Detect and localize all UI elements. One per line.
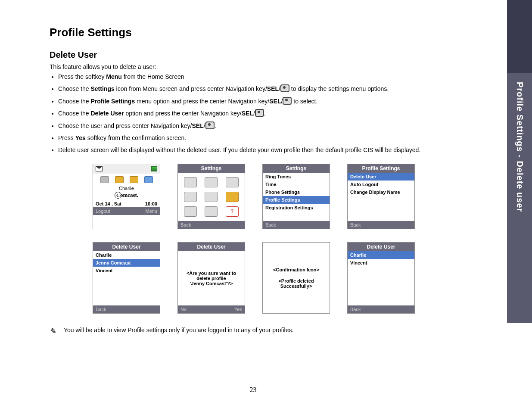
list-item: Vincent: [348, 259, 414, 267]
page-number: 23: [0, 386, 506, 394]
comcast-logo: Comcast.: [115, 192, 138, 199]
softkey-left: Back: [350, 307, 361, 312]
screenshot-success: <Confirmation Icon> <Profile deleted Suc…: [262, 242, 330, 314]
ringtone-icon: [184, 177, 197, 187]
step-4: Choose the Delete User option and press …: [58, 109, 485, 118]
screenshot-menu: Settings ? Back: [177, 164, 245, 229]
softkey-right: Yes: [234, 307, 242, 312]
softkey-left: Back: [180, 222, 191, 227]
folder-icon: [115, 176, 124, 183]
success-line: <Confirmation Icon>: [273, 267, 319, 272]
confirm-line: <Are you sure want to: [187, 271, 236, 276]
step-6: Press Yes softkey from the confirmation …: [58, 133, 485, 143]
confirm-line: delete profile: [196, 276, 226, 281]
sidebar: Profile Settings - Delete user: [506, 0, 532, 411]
list-item-selected: Profile Settings: [263, 196, 330, 204]
list-item: Phone Settings: [263, 188, 330, 196]
battery-icon: [151, 166, 157, 171]
screen-title: Delete User: [178, 243, 245, 251]
sel-icon: [205, 121, 215, 129]
softkey-left: Back: [96, 307, 106, 312]
sel-icon: [280, 84, 289, 92]
screen-title: Settings: [178, 164, 245, 173]
screen-title: Delete User: [348, 243, 414, 251]
list-item: Change Display Name: [348, 188, 414, 196]
list-item-selected: Jenny Comcast: [93, 259, 160, 267]
list-item: Ring Tones: [263, 173, 330, 181]
list-item-selected: Delete User: [348, 173, 414, 181]
screenshot-settings-list: Settings Ring Tones Time Phone Settings …: [262, 164, 330, 229]
intro-text: This feature allows you to delete a user…: [50, 63, 485, 70]
list-item: Time: [263, 181, 330, 188]
registration-icon: [226, 192, 239, 202]
screenshot-delete-user-list: Delete User Charlie Jenny Comcast Vincen…: [93, 242, 160, 314]
success-line: Successfully>: [280, 283, 312, 289]
success-line: <Profile deleted: [278, 278, 314, 283]
time-icon: [205, 177, 218, 187]
sel-icon: [255, 109, 264, 117]
list-item: Registration Settings: [263, 204, 330, 212]
help-icon: ?: [226, 206, 239, 217]
profile-icon: [184, 192, 197, 202]
tools-icon: [184, 206, 197, 217]
screen-title: Profile Settings: [348, 164, 414, 173]
confirm-line: 'Jenny Comcast'?>: [190, 281, 233, 286]
note: ✎ You will be able to view Profile setti…: [50, 327, 485, 336]
steps-list: Press the softkey Menu from the Home Scr…: [58, 72, 485, 155]
list-item: Charlie: [93, 251, 160, 259]
mail-icon: [205, 206, 218, 217]
screenshot-profile-settings: Profile Settings Delete User Auto Logout…: [347, 164, 415, 229]
screenshot-after-delete: Delete User Charlie Vincent Back: [347, 242, 415, 314]
list-item: Vincent: [93, 267, 160, 274]
note-icon: ✎: [49, 326, 57, 336]
sidebar-tab: Profile Settings - Delete user: [507, 73, 532, 323]
step-5: Choose the user and press center Navigat…: [58, 121, 485, 131]
card-icon: [144, 176, 153, 183]
home-username: Charlie: [119, 186, 134, 191]
screenshots: Charlie Comcast. Oct 14 , Sat 10:00 Logo…: [93, 164, 485, 314]
softkey-left: Back: [265, 222, 276, 227]
display-icon: [205, 192, 218, 202]
screenshot-home: Charlie Comcast. Oct 14 , Sat 10:00 Logo…: [93, 164, 160, 229]
list-item: Auto Logout: [348, 181, 414, 188]
screenshot-confirm: Delete User <Are you sure want to delete…: [177, 242, 245, 314]
softkey-left: Back: [350, 222, 361, 227]
home-time: 10:00: [145, 201, 157, 206]
softkey-left: Logout: [96, 209, 110, 214]
sidebar-stripe: [507, 0, 532, 73]
page-title: Profile Settings: [50, 26, 485, 39]
sel-icon: [283, 97, 292, 105]
folder-icon: [130, 176, 138, 183]
screen-title: Delete User: [93, 243, 160, 251]
book-icon: [100, 176, 109, 183]
list-item-selected: Charlie: [348, 251, 414, 259]
phone-icon: [226, 177, 239, 187]
step-1: Press the softkey Menu from the Home Scr…: [58, 72, 485, 81]
home-date: Oct 14 , Sat: [96, 201, 121, 206]
envelope-icon: [96, 166, 103, 171]
softkey-left: No: [180, 307, 187, 312]
step-7: Delete user screen will be displayed wit…: [58, 145, 485, 155]
step-3: Choose the Profile Settings menu option …: [58, 97, 485, 106]
screen-title: Settings: [263, 164, 330, 173]
note-text: You will be able to view Profile setting…: [64, 327, 293, 333]
step-2: Choose the Settings icon from Menu scree…: [58, 84, 485, 93]
sidebar-tab-label: Profile Settings - Delete user: [515, 73, 525, 212]
section-title: Delete User: [50, 50, 485, 60]
softkey-right: Menu: [145, 209, 157, 214]
page-content: Profile Settings Delete User This featur…: [50, 26, 485, 336]
